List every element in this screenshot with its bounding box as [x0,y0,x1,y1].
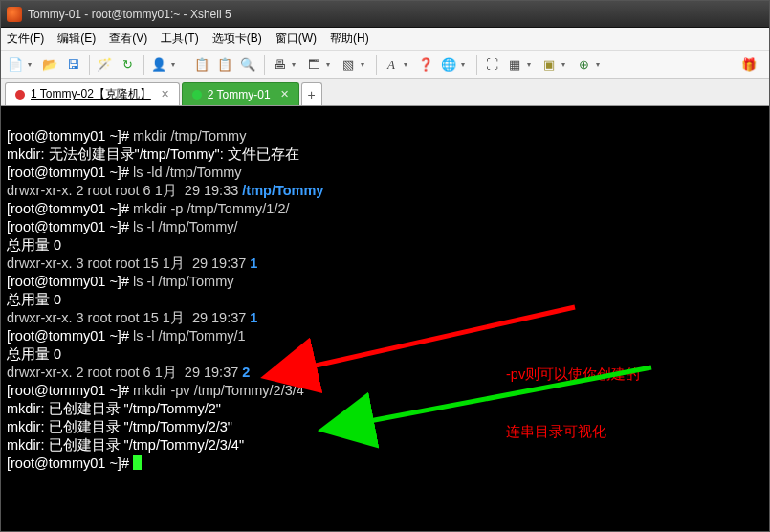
annotation-line: -pv则可以使你创建的 [506,365,640,384]
menu-edit[interactable]: 编辑(E) [57,31,96,47]
menu-tabs[interactable]: 选项卡(B) [212,31,262,47]
prompt: [root@tommy01 ~]# [7,383,133,398]
menu-file[interactable]: 文件(F) [7,31,44,47]
prompt: [root@tommy01 ~]# [7,165,133,180]
separator [187,55,187,75]
search-icon[interactable]: 🔍 [237,55,258,76]
new-icon[interactable]: 📄 [5,55,26,76]
dropdown-icon[interactable]: ▾ [527,60,535,69]
menu-bar: 文件(F) 编辑(E) 查看(V) 工具(T) 选项卡(B) 窗口(W) 帮助(… [1,28,769,51]
font-icon[interactable]: A [381,55,402,76]
prompt: [root@tommy01 ~]# [7,219,133,234]
dropdown-icon[interactable]: ▾ [292,60,299,69]
output: mkdir: 已创建目录 "/tmp/Tommy/2" [7,401,221,416]
dropdown-icon[interactable]: ▾ [461,60,469,69]
cmd: ls -l /tmp/Tommy/1 [133,328,246,344]
window-title: Tommy-01 - root@tommy01:~ - Xshell 5 [28,8,231,21]
menu-help[interactable]: 帮助(H) [330,31,369,47]
prompt: [root@tommy01 ~]# [7,274,133,289]
prompt: [root@tommy01 ~]# [7,455,133,471]
output: drwxr-xr-x. 3 root root 15 1月 29 19:37 [7,310,250,325]
dir: 1 [250,310,257,325]
properties-icon[interactable]: 🗔 [303,55,324,76]
cmd: mkdir -p /tmp/Tommy/1/2/ [133,201,290,216]
tab-bar: 1 Tommy-02【克隆机】 ✕ 2 Tommy-01 ✕ + [1,79,769,106]
dropdown-icon[interactable]: ▾ [596,60,604,69]
dropdown-icon[interactable]: ▾ [171,60,179,69]
dir: 1 [250,255,257,271]
cmd: ls -l /tmp/Tommy/ [133,219,238,234]
output: mkdir: 已创建目录 "/tmp/Tommy/2/3/4" [7,437,244,453]
dropdown-icon[interactable]: ▾ [361,60,368,69]
tab-label: 1 Tommy-02【克隆机】 [31,86,151,102]
output: drwxr-xr-x. 2 root root 6 1月 29 19:33 [7,183,242,198]
separator [264,55,265,75]
annotation-text: -pv则可以使你创建的 连串目录可视化 [506,326,640,479]
dropdown-icon[interactable]: ▾ [28,60,35,69]
app-icon [7,7,22,22]
terminal[interactable]: [root@tommy01 ~]# mkdir /tmp/Tommy mkdir… [1,106,769,532]
dir: 2 [242,365,250,380]
menu-tools[interactable]: 工具(T) [161,31,198,47]
dropdown-icon[interactable]: ▾ [326,60,334,69]
cursor [133,455,142,470]
output: mkdir: 已创建目录 "/tmp/Tommy/2/3" [7,419,232,434]
prompt: [root@tommy01 ~]# [7,328,133,344]
status-dot-icon [15,90,25,100]
open-icon[interactable]: 📂 [39,55,60,76]
fullscreen-icon[interactable]: ⛶ [481,55,502,76]
status-dot-icon [192,90,202,100]
annotation-line: 连串目录可视化 [506,422,640,441]
window-titlebar: Tommy-01 - root@tommy01:~ - Xshell 5 [1,1,769,28]
menu-view[interactable]: 查看(V) [109,31,147,47]
add-tab-button[interactable]: + [301,82,322,105]
output: drwxr-xr-x. 3 root root 15 1月 29 19:37 [7,255,250,271]
transfer-icon[interactable]: ⊕ [573,55,594,76]
profile-icon[interactable]: 👤 [148,55,169,76]
reconnect-icon[interactable]: ↻ [117,55,138,76]
separator [143,55,144,75]
cmd: ls -l /tmp/Tommy [133,274,234,289]
globe-icon[interactable]: 🌐 [438,55,459,76]
palette-icon[interactable]: ▧ [338,55,359,76]
output: 总用量 0 [7,237,61,253]
tab-tommy02[interactable]: 1 Tommy-02【克隆机】 ✕ [5,82,180,105]
separator [476,55,477,75]
paste-icon[interactable]: 📋 [214,55,235,76]
save-icon[interactable]: 🖫 [62,55,83,76]
cmd: mkdir /tmp/Tommy [133,128,246,144]
menu-window[interactable]: 窗口(W) [275,31,317,47]
close-icon[interactable]: ✕ [161,88,169,100]
gift-icon[interactable]: 🎁 [738,55,759,76]
wand-icon[interactable]: 🪄 [94,55,115,76]
separator [89,55,90,75]
path: /tmp/Tommy [242,183,323,198]
help-icon[interactable]: ❓ [415,55,436,76]
output: 总用量 0 [7,292,61,307]
output: drwxr-xr-x. 2 root root 6 1月 29 19:37 [7,365,242,380]
tab-tommy01[interactable]: 2 Tommy-01 ✕ [182,82,299,105]
cmd: ls -ld /tmp/Tommy [133,165,242,180]
copy-icon[interactable]: 📋 [191,55,212,76]
cmd: mkdir -pv /tmp/Tommy/2/3/4 [133,383,304,398]
toolbar: 📄▾ 📂 🖫 🪄 ↻ 👤▾ 📋 📋 🔍 🖶▾ 🗔▾ ▧▾ A▾ ❓ 🌐▾ ⛶ ▦… [1,51,769,79]
output: 总用量 0 [7,346,61,362]
dropdown-icon[interactable]: ▾ [561,60,569,69]
layout-icon[interactable]: ▦ [504,55,525,76]
print-icon[interactable]: 🖶 [269,55,290,76]
sftp-icon[interactable]: ▣ [539,55,560,76]
tab-label: 2 Tommy-01 [208,88,271,101]
separator [376,55,377,75]
close-icon[interactable]: ✕ [280,88,289,100]
output: mkdir: 无法创建目录"/tmp/Tommy": 文件已存在 [7,146,299,162]
prompt: [root@tommy01 ~]# [7,128,133,144]
dropdown-icon[interactable]: ▾ [404,60,411,69]
prompt: [root@tommy01 ~]# [7,201,133,216]
